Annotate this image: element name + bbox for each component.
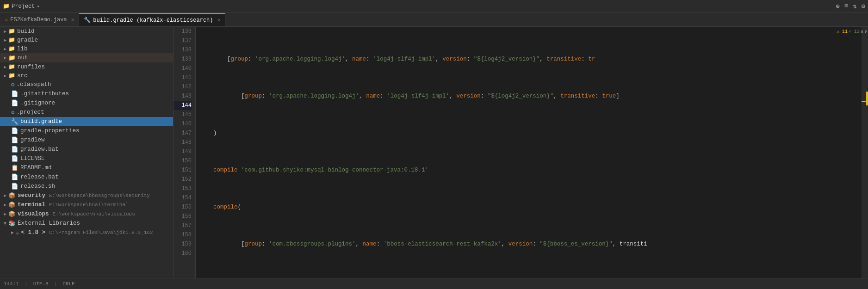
line-num-155: 155 (174, 203, 192, 212)
sidebar-item-lib[interactable]: ▶ 📁 lib (0, 44, 173, 53)
sidebar-item-release-bat[interactable]: 📄 release.bat (0, 172, 173, 182)
sidebar-readme-label: README.md (20, 165, 52, 171)
scroll-indicator-bar (866, 92, 868, 105)
sidebar-classpath-label: .classpath (17, 81, 51, 88)
tab-bar: ☕ ES2KafkaDemo.java ✕ 🔧 build.gradle (ka… (0, 13, 868, 27)
tab-java-close[interactable]: ✕ (71, 17, 74, 23)
chevron-right-icon: ▶ (4, 29, 6, 34)
sort-icon[interactable]: ⇅ (853, 2, 856, 10)
line-num-143: 143 (174, 92, 192, 101)
sidebar-item-jdk[interactable]: ▶ ☕ < 1.8 > C:\Program Files\Java\jdk1.8… (0, 228, 173, 237)
sidebar-gradlew-label: gradlew (20, 137, 45, 143)
chevron-right-icon: ▶ (4, 46, 6, 52)
sidebar-item-src[interactable]: ▶ 📁 src (0, 71, 173, 80)
chevron-right-icon: ▶ (4, 37, 6, 43)
sidebar-item-license[interactable]: 📄 LICENSE (0, 154, 173, 163)
module-terminal-icon: 📦 (8, 201, 16, 209)
tab-gradle-label: build.gradle (kafka2x-elasticsearch) (93, 17, 213, 24)
sidebar-external-libraries-label: External Libraries (18, 220, 80, 227)
tab-gradle-close[interactable]: ✕ (217, 17, 221, 23)
sidebar-src-label: src (17, 73, 28, 79)
file-gitattributes-icon: 📄 (11, 90, 19, 98)
line-num-145: 145 (174, 110, 192, 119)
sidebar-item-external-libraries[interactable]: ▼ 📚 External Libraries (0, 219, 173, 228)
sidebar-gradlew-bat-label: gradlew.bat (20, 146, 59, 153)
file-gradlew-icon: 📄 (11, 136, 19, 144)
sidebar-terminal-label: terminal (18, 202, 45, 208)
folder-src-icon: 📁 (8, 72, 15, 79)
sidebar-visualops-label: visualops (18, 211, 49, 217)
sidebar-terminal-path: E:\workspace\hnai\terminal (49, 202, 129, 208)
line-num-136: 136 (174, 27, 192, 36)
sidebar-lib-label: lib (17, 46, 28, 52)
file-release-sh-icon: 📄 (11, 183, 19, 190)
folder-out-icon: 📁 (8, 54, 16, 61)
line-num-139: 139 (174, 55, 192, 64)
folder-build-icon: 📁 (8, 28, 15, 35)
line-num-156: 156 (174, 212, 192, 221)
sidebar-item-runfiles[interactable]: ▶ 📁 runfiles (0, 62, 173, 71)
code-editor[interactable]: [group: 'org.apache.logging.log4j', name… (196, 27, 862, 278)
status-separator: | (25, 281, 28, 287)
line-num-148: 148 (174, 138, 192, 147)
sidebar-item-readme[interactable]: 📋 README.md (0, 163, 173, 172)
sidebar-item-build-gradle[interactable]: 🔧 build.gradle (0, 117, 173, 126)
line-num-140: 140 (174, 64, 192, 73)
file-readme-icon: 📋 (11, 164, 19, 172)
file-license-icon: 📄 (11, 155, 19, 162)
sidebar-item-terminal[interactable]: ▶ 📦 terminal E:\workspace\hnai\terminal (0, 200, 173, 209)
sidebar-item-build[interactable]: ▶ 📁 build (0, 27, 173, 36)
status-bar: 144:1 | UTF-8 | CRLF (0, 278, 868, 289)
line-num-152: 152 (174, 175, 192, 184)
project-dropdown-icon[interactable]: ▾ (37, 4, 39, 9)
code-line-138: ) (199, 129, 862, 138)
sidebar-security-path: E:\workspace\bbossgroups\security (49, 193, 150, 198)
sidebar-gitignore-label: .gitignore (20, 100, 55, 106)
add-icon[interactable]: ⊕ (836, 2, 839, 10)
sidebar-item-gradle[interactable]: ▶ 📁 gradle (0, 36, 173, 44)
external-libraries-icon: 📚 (8, 220, 16, 227)
sidebar-item-classpath[interactable]: ⚙ .classpath (0, 80, 173, 89)
check-count: ✓ 13 (849, 29, 860, 34)
sidebar-item-gradlew[interactable]: 📄 gradlew (0, 135, 173, 145)
folder-gradle-icon: 📁 (8, 37, 15, 43)
sidebar-item-out[interactable]: ▶ 📁 out — (0, 53, 173, 62)
sidebar: ▶ 📁 build ▶ 📁 gradle ▶ 📁 lib ▶ 📁 out — ▶… (0, 27, 174, 278)
line-numbers: 136 137 138 139 140 141 142 143 144 145 … (174, 27, 196, 278)
sidebar-item-gitignore[interactable]: 📄 .gitignore (0, 98, 173, 108)
file-release-bat-icon: 📄 (11, 173, 19, 181)
tab-gradle[interactable]: 🔧 build.gradle (kafka2x-elasticsearch) ✕ (79, 13, 225, 26)
list-icon[interactable]: ≡ (844, 2, 848, 10)
tab-java-label: ES2KafkaDemo.java (10, 17, 67, 23)
project-label: Project (12, 3, 35, 10)
sidebar-build-gradle-label: build.gradle (20, 118, 62, 125)
tab-java[interactable]: ☕ ES2KafkaDemo.java ✕ (0, 13, 79, 26)
chevron-right-icon: ▶ (4, 55, 6, 61)
file-gradle-icon: 🔧 (11, 118, 19, 125)
java-file-icon: ☕ (5, 16, 8, 23)
chevron-right-icon: ▶ (4, 202, 6, 208)
code-line-140: compile( (199, 203, 862, 212)
file-gitignore-icon: 📄 (11, 99, 19, 107)
sidebar-item-security[interactable]: ▶ 📦 security E:\workspace\bbossgroups\se… (0, 191, 173, 200)
settings-icon[interactable]: ⚙ (862, 2, 865, 10)
sidebar-gradle-label: gradle (17, 37, 38, 43)
sidebar-item-visualops[interactable]: ▶ 📦 visualops E:\workspace\hnai\visualop… (0, 209, 173, 219)
sidebar-gitattributes-label: .gitattributes (20, 91, 69, 97)
sidebar-item-release-sh[interactable]: 📄 release.sh (0, 182, 173, 191)
folder-lib-icon: 📁 (8, 45, 15, 52)
sidebar-item-gitattributes[interactable]: 📄 .gitattributes (0, 89, 173, 98)
sidebar-jdk-label: < 1.8 > (21, 229, 46, 236)
code-line-137: [group: 'org.apache.logging.log4j', name… (199, 92, 862, 101)
sidebar-item-gradlew-bat[interactable]: 📄 gradlew.bat (0, 145, 173, 154)
red-mark-icon: — (168, 55, 171, 61)
line-num-151: 151 (174, 166, 192, 175)
editor-area: 136 137 138 139 140 141 142 143 144 145 … (174, 27, 868, 278)
module-security-icon: 📦 (8, 192, 16, 199)
file-classpath-icon: ⚙ (11, 81, 15, 88)
sidebar-item-project[interactable]: ⚙ .project (0, 108, 173, 117)
sidebar-item-gradle-properties[interactable]: 📄 gradle.properties (0, 126, 173, 135)
code-line-136: [group: 'org.apache.logging.log4j', name… (199, 55, 862, 64)
line-num-160: 160 (174, 249, 192, 258)
chevron-right-icon: ▶ (4, 211, 6, 217)
